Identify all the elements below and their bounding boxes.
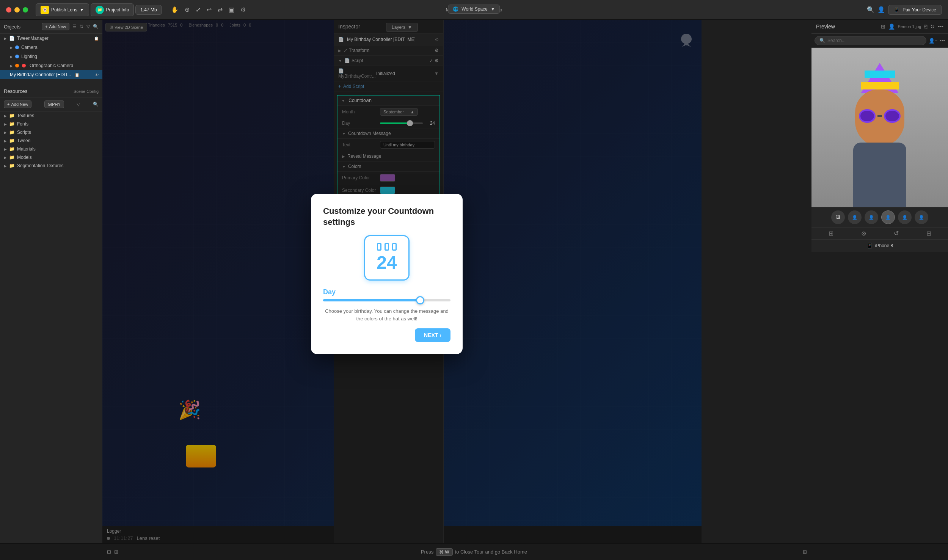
next-button[interactable]: NEXT › xyxy=(415,328,450,342)
search-resources-icon[interactable]: 🔍 xyxy=(93,102,99,107)
eye-icon: 👁 xyxy=(95,73,99,77)
folder-icon: 📁 xyxy=(9,146,15,152)
title-bar: 👻 Publish Lens ▼ 📁 Project Info 1.47 Mb … xyxy=(0,0,948,20)
expand-icon: ▶ xyxy=(4,139,7,143)
minimize-button[interactable] xyxy=(14,7,20,13)
layout-icon[interactable]: ▣ xyxy=(229,6,234,13)
object-badge: 📋 xyxy=(94,36,99,41)
world-space-selector[interactable]: 🌐 World Space ▼ xyxy=(448,5,500,14)
resources-panel-header: Resources Scene Config xyxy=(0,85,102,97)
calendar-day-number: 24 xyxy=(377,252,397,273)
sort-icon[interactable]: ⇅ xyxy=(80,24,83,29)
giphy-button[interactable]: GIPHY xyxy=(44,100,64,108)
resource-fonts[interactable]: ▶ 📁 Fonts xyxy=(0,120,102,128)
publish-icon: 👻 xyxy=(41,6,49,14)
list-icon[interactable]: ☰ xyxy=(72,24,77,29)
objects-panel-header: Objects + Add New ☰ ⇅ ▽ 🔍 xyxy=(0,20,102,34)
preview-image-area xyxy=(811,48,948,207)
ctrl-btn-2[interactable]: 👤 xyxy=(848,210,862,224)
filter-resources-icon[interactable]: ▽ xyxy=(77,102,80,107)
ctrl-btn-1[interactable]: 🖼 xyxy=(831,210,845,224)
modal-footer: NEXT › xyxy=(323,328,450,342)
folder-icon: 📁 xyxy=(9,121,15,127)
preview-more2-icon[interactable]: ••• xyxy=(940,38,945,44)
preview-person-icon[interactable]: 👤 xyxy=(888,24,895,30)
grid-bottom-icon[interactable]: ⊞ xyxy=(114,549,118,555)
preview-split-icon[interactable]: ⊟ xyxy=(926,230,931,237)
resource-materials[interactable]: ▶ 📁 Materials xyxy=(0,145,102,153)
undo-icon[interactable]: ↩ xyxy=(207,6,212,13)
modal-calendar-section: 24 xyxy=(323,235,450,281)
pair-device-label: Pair Your Device xyxy=(902,7,936,13)
calendar-rings xyxy=(377,243,397,251)
countdown-settings-modal: Customize your Countdown settings 24 Day xyxy=(311,194,463,354)
move-tool-icon[interactable]: ⊕ xyxy=(185,6,190,13)
preview-refresh-icon[interactable]: ↻ xyxy=(930,24,935,30)
inspector-grid-icon[interactable]: ⊞ xyxy=(803,549,807,555)
add-new-object-button[interactable]: + Add New xyxy=(42,23,69,30)
console-icon[interactable]: ⊡ xyxy=(107,549,111,555)
resource-segmentation[interactable]: ▶ 📁 Segmentation Textures xyxy=(0,162,102,170)
profile-icon[interactable]: 👤 xyxy=(877,6,885,13)
scene-config-label[interactable]: Scene Config xyxy=(74,89,99,94)
day-slider-thumb[interactable] xyxy=(416,296,424,304)
preview-grid-icon[interactable]: ⊞ xyxy=(829,230,833,237)
preview-layout-icon[interactable]: ⊞ xyxy=(881,24,885,30)
preview-search-placeholder[interactable]: Search... xyxy=(827,38,846,43)
hint-text: Press xyxy=(421,549,433,555)
hint-suffix: to Close Tour and go Back Home xyxy=(455,549,527,555)
resource-name: Materials xyxy=(17,146,36,152)
search-icon[interactable]: 🔍 xyxy=(867,6,874,13)
object-item-ortho-camera[interactable]: ▶ Orthographic Camera xyxy=(0,61,102,70)
modal-title: Customize your Countdown settings xyxy=(323,206,450,227)
day-slider-track[interactable] xyxy=(323,299,450,301)
ctrl-btn-4[interactable]: 👤 xyxy=(881,210,895,224)
close-button[interactable] xyxy=(6,7,11,13)
expand-icon: ▶ xyxy=(4,114,7,118)
resource-scripts[interactable]: ▶ 📁 Scripts xyxy=(0,128,102,136)
project-info-button[interactable]: 📁 Project Info xyxy=(91,3,134,16)
preview-person-add-icon[interactable]: 👤+ xyxy=(929,38,938,44)
ctrl-btn-6[interactable]: 👤 xyxy=(915,210,928,224)
object-item-birthday-controller[interactable]: My Birthday Controller [EDIT... 📋 👁 xyxy=(0,70,102,79)
pair-device-button[interactable]: 📱 Pair Your Device xyxy=(888,5,942,15)
folder-icon: 📁 xyxy=(9,155,15,160)
preview-title: Preview xyxy=(816,24,835,30)
resources-section: Resources Scene Config + Add New GIPHY ▽… xyxy=(0,85,102,170)
resource-name: Tween xyxy=(17,138,30,143)
window-controls xyxy=(0,7,28,13)
resource-tween[interactable]: ▶ 📁 Tween xyxy=(0,136,102,145)
settings-icon[interactable]: ⚙ xyxy=(240,6,246,13)
preview-copy-icon[interactable]: ⎘ xyxy=(924,24,927,30)
filter-icon[interactable]: ▽ xyxy=(86,24,90,29)
birthday-hat-container xyxy=(861,63,899,93)
publish-chevron: ▼ xyxy=(80,7,84,13)
object-item-lighting[interactable]: ▶ Lighting xyxy=(0,52,102,61)
resource-models[interactable]: ▶ 📁 Models xyxy=(0,153,102,162)
resource-textures[interactable]: ▶ 📁 Textures xyxy=(0,111,102,120)
preview-bottom-controls: ⊞ ⊗ ↺ ⊟ xyxy=(811,227,948,239)
preview-more-icon[interactable]: ••• xyxy=(938,24,943,30)
calendar-icon: 24 xyxy=(364,235,410,281)
ctrl-btn-5[interactable]: 👤 xyxy=(898,210,912,224)
maximize-button[interactable] xyxy=(23,7,28,13)
preview-close-icon[interactable]: ⊗ xyxy=(861,230,866,237)
object-item-camera[interactable]: ▶ Camera xyxy=(0,43,102,52)
add-icon: + xyxy=(45,24,47,29)
ctrl-btn-3[interactable]: 👤 xyxy=(865,210,878,224)
preview-share-icon[interactable]: ↺ xyxy=(894,230,899,237)
object-item-tweenmanager[interactable]: ▶ 📄 TweenManager 📋 xyxy=(0,34,102,43)
controller-icon: 📋 xyxy=(75,73,79,77)
glasses-bridge xyxy=(877,115,882,117)
search-objects-icon[interactable]: 🔍 xyxy=(93,24,99,29)
resource-name: Models xyxy=(17,155,32,160)
add-new-resource-button[interactable]: + Add New xyxy=(4,100,31,108)
hat-stripe2 xyxy=(861,82,899,89)
hand-tool-icon[interactable]: ✋ xyxy=(171,6,179,13)
expand-icon: ▶ xyxy=(10,55,13,59)
scale-tool-icon[interactable]: ⤢ xyxy=(196,6,201,13)
objects-title: Objects xyxy=(4,24,20,30)
publish-lens-button[interactable]: 👻 Publish Lens ▼ xyxy=(36,3,89,16)
flip-icon[interactable]: ⇄ xyxy=(218,6,223,13)
publish-label: Publish Lens xyxy=(51,7,77,13)
